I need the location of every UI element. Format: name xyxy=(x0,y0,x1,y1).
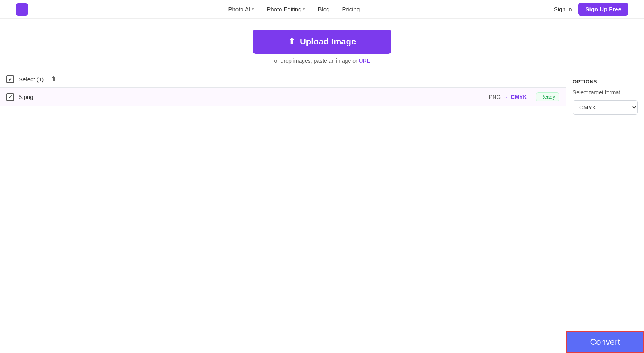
upload-image-button[interactable]: ⬆ Upload Image xyxy=(253,30,391,54)
nav-item-blog[interactable]: Blog xyxy=(318,6,329,12)
target-format-label: Select target format xyxy=(573,89,638,95)
upload-button-label: Upload Image xyxy=(300,37,356,47)
nav-item-pricing[interactable]: Pricing xyxy=(342,6,360,12)
chevron-down-icon: ▾ xyxy=(252,7,254,12)
nav-label-pricing: Pricing xyxy=(342,6,360,12)
options-sidebar: OPTIONS Select target format CMYK PNG JP… xyxy=(566,71,644,353)
convert-button-label: Convert xyxy=(590,337,620,347)
format-select[interactable]: CMYK PNG JPEG WEBP PDF SVG TIFF xyxy=(573,100,638,115)
checkmark-icon: ✓ xyxy=(8,94,12,100)
navbar: Photo AI ▾ Photo Editing ▾ Blog Pricing … xyxy=(0,0,644,19)
file-checkbox[interactable]: ✓ xyxy=(6,93,14,101)
file-list-header: ✓ Select (1) 🗑 xyxy=(0,71,566,88)
select-all-checkbox[interactable]: ✓ xyxy=(6,75,14,83)
nav-left xyxy=(16,3,34,16)
checkmark-icon: ✓ xyxy=(8,76,12,82)
nav-label-photo-ai: Photo AI xyxy=(228,6,250,12)
arrow-icon: → xyxy=(503,94,508,100)
file-list-container: ✓ Select (1) 🗑 ✓ 5.png PNG → CMYK Ready xyxy=(0,71,566,353)
url-link[interactable]: URL xyxy=(359,58,370,64)
status-badge: Ready xyxy=(536,92,559,101)
sign-up-button[interactable]: Sign Up Free xyxy=(578,3,628,16)
file-conversion: PNG → CMYK xyxy=(489,94,527,100)
nav-label-blog: Blog xyxy=(318,6,329,12)
chevron-down-icon: ▾ xyxy=(303,7,305,12)
file-name: 5.png xyxy=(19,94,484,100)
upload-icon: ⬆ xyxy=(288,37,295,47)
main-layout: ✓ Select (1) 🗑 ✓ 5.png PNG → CMYK Ready … xyxy=(0,71,644,353)
nav-center: Photo AI ▾ Photo Editing ▾ Blog Pricing xyxy=(228,6,360,12)
upload-subtext: or drop images, paste an image or URL xyxy=(274,58,370,64)
format-from: PNG xyxy=(489,94,501,100)
nav-item-photo-editing[interactable]: Photo Editing ▾ xyxy=(267,6,305,12)
delete-button[interactable]: 🗑 xyxy=(48,75,59,83)
options-title: OPTIONS xyxy=(573,79,638,85)
trash-icon: 🗑 xyxy=(51,76,57,82)
select-label: Select (1) xyxy=(19,76,44,83)
upload-area: ⬆ Upload Image or drop images, paste an … xyxy=(0,19,644,71)
convert-bar[interactable]: Convert xyxy=(566,331,644,353)
file-row: ✓ 5.png PNG → CMYK Ready xyxy=(0,88,566,106)
nav-right: Sign In Sign Up Free xyxy=(554,3,628,16)
sign-in-button[interactable]: Sign In xyxy=(554,6,572,12)
format-to: CMYK xyxy=(511,94,527,100)
nav-label-photo-editing: Photo Editing xyxy=(267,6,301,12)
logo[interactable] xyxy=(16,3,28,16)
nav-item-photo-ai[interactable]: Photo AI ▾ xyxy=(228,6,254,12)
